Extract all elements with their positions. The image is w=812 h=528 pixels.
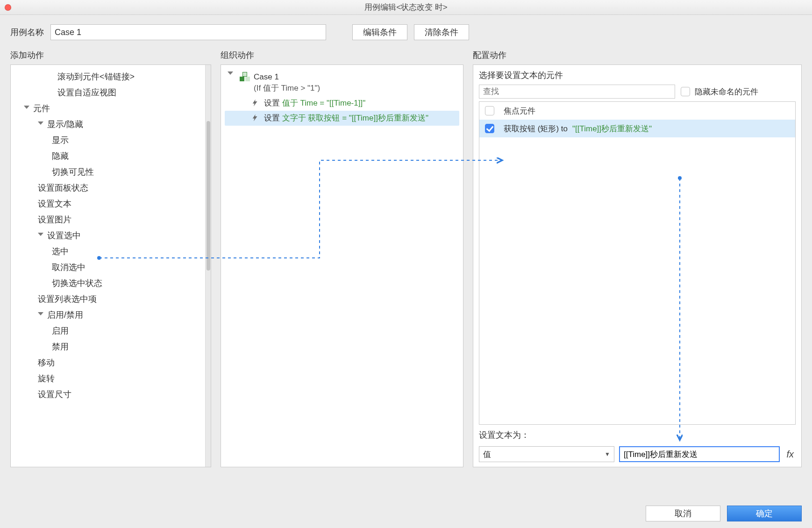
close-window-button[interactable] xyxy=(5,4,11,11)
tree-item[interactable]: 设置尺寸 xyxy=(11,386,205,402)
tree-item-label: 显示/隐藏 xyxy=(47,119,83,130)
tree-item[interactable]: 切换选中状态 xyxy=(11,275,205,291)
scrollbar-thumb[interactable] xyxy=(207,121,210,271)
tree-item-label: 设置文本 xyxy=(38,198,71,209)
fx-button[interactable]: fx xyxy=(784,449,796,460)
hide-unnamed-label: 隐藏未命名的元件 xyxy=(695,86,758,97)
tree-item[interactable]: 启用 xyxy=(11,323,205,339)
tree-item-label: 移动 xyxy=(38,357,55,368)
tree-item-label: 隐藏 xyxy=(52,150,69,162)
organize-action-panel: Case 1 (If 值于 Time > "1") 设置 值于 Time = "… xyxy=(221,64,463,467)
configure-action-panel: 选择要设置文本的元件 隐藏未命名的元件 焦点元件获取按钮 (矩形) to "[[… xyxy=(473,64,802,467)
search-input[interactable] xyxy=(479,85,675,99)
tree-item[interactable]: 旋转 xyxy=(11,371,205,386)
tree-item-label: 旋转 xyxy=(38,373,55,384)
widget-list-item[interactable]: 获取按钮 (矩形) to "[[Time]]秒后重新发送" xyxy=(479,120,795,137)
tree-item[interactable]: 启用/禁用 xyxy=(11,307,205,323)
tree-item-label: 取消选中 xyxy=(52,262,85,273)
tree-item-label: 设置选中 xyxy=(47,230,81,241)
tree-item[interactable]: 元件 xyxy=(11,100,205,116)
tree-item[interactable]: 显示/隐藏 xyxy=(11,116,205,132)
chevron-down-icon[interactable] xyxy=(38,121,43,127)
chevron-down-icon: ▼ xyxy=(605,451,610,457)
flow-icon xyxy=(240,73,250,80)
tree-item[interactable]: 显示 xyxy=(11,132,205,148)
window-title: 用例编辑<状态改变 时> xyxy=(0,2,812,13)
tree-item-label: 设置自适应视图 xyxy=(57,87,116,98)
tree-item[interactable]: 设置文本 xyxy=(11,196,205,212)
tree-item-label: 切换选中状态 xyxy=(52,278,102,289)
checkbox-icon[interactable] xyxy=(681,87,690,96)
tree-item[interactable]: 切换可见性 xyxy=(11,164,205,180)
case-name-label: 用例名称 xyxy=(10,27,44,38)
action-text: 设置 值于 Time = "[[Time-1]]" xyxy=(264,98,456,109)
tree-item[interactable]: 设置图片 xyxy=(11,212,205,228)
tree-item[interactable]: 禁用 xyxy=(11,339,205,355)
chevron-down-icon[interactable] xyxy=(228,71,233,77)
top-row: 用例名称 编辑条件 清除条件 xyxy=(0,15,812,45)
tree-item-label: 设置面板状态 xyxy=(38,182,88,193)
tree-item-label: 元件 xyxy=(33,103,50,114)
tree-item-label: 切换可见性 xyxy=(52,166,94,178)
text-value-input[interactable] xyxy=(619,446,780,462)
case-label: Case 1 xyxy=(254,71,456,83)
widget-item-label: 焦点元件 xyxy=(504,106,535,116)
tree-item[interactable]: 设置自适应视图 xyxy=(11,85,205,100)
configure-action-heading: 配置动作 xyxy=(473,50,802,61)
tree-item[interactable]: 选中 xyxy=(11,243,205,259)
tree-item-label: 禁用 xyxy=(52,341,69,352)
checkbox-icon[interactable] xyxy=(485,124,494,133)
edit-condition-button[interactable]: 编辑条件 xyxy=(352,24,407,40)
tree-item-label: 设置尺寸 xyxy=(38,389,71,400)
tree-item[interactable]: 取消选中 xyxy=(11,259,205,275)
case-condition: (If 值于 Time > "1") xyxy=(254,83,456,94)
tree-item[interactable]: 设置面板状态 xyxy=(11,180,205,196)
tree-item-label: 设置图片 xyxy=(38,214,71,225)
bolt-icon xyxy=(251,99,259,107)
action-text: 设置 文字于 获取按钮 = "[[Time]]秒后重新发送" xyxy=(264,113,456,124)
combo-value: 值 xyxy=(483,449,491,460)
set-text-as-label: 设置文本为： xyxy=(479,429,796,441)
tree-item-label: 滚动到元件<锚链接> xyxy=(57,71,135,82)
tree-item-label: 显示 xyxy=(52,135,69,146)
cancel-button[interactable]: 取消 xyxy=(646,506,720,521)
add-action-heading: 添加动作 xyxy=(10,50,211,61)
tree-item[interactable]: 滚动到元件<锚链接> xyxy=(11,69,205,85)
tree-item[interactable]: 隐藏 xyxy=(11,148,205,164)
tree-item-label: 设置列表选中项 xyxy=(38,293,97,305)
widget-item-label: 获取按钮 (矩形) to xyxy=(504,123,568,134)
chevron-down-icon[interactable] xyxy=(24,106,29,111)
text-type-combo[interactable]: 值 ▼ xyxy=(479,446,614,462)
add-action-panel: 滚动到元件<锚链接>设置自适应视图元件显示/隐藏显示隐藏切换可见性设置面板状态设… xyxy=(10,64,211,467)
bolt-icon xyxy=(251,114,259,122)
clear-condition-button[interactable]: 清除条件 xyxy=(414,24,469,40)
checkbox-icon[interactable] xyxy=(485,106,494,115)
organize-action-heading: 组织动作 xyxy=(221,50,463,61)
case-node[interactable]: Case 1 (If 值于 Time > "1") xyxy=(225,70,459,96)
tree-item-label: 启用/禁用 xyxy=(47,309,83,321)
widget-list-item[interactable]: 焦点元件 xyxy=(479,102,795,120)
hide-unnamed-toggle[interactable]: 隐藏未命名的元件 xyxy=(681,86,758,97)
widget-list[interactable]: 焦点元件获取按钮 (矩形) to "[[Time]]秒后重新发送" xyxy=(479,101,796,425)
widget-item-value: "[[Time]]秒后重新发送" xyxy=(572,123,652,134)
select-widget-label: 选择要设置文本的元件 xyxy=(479,70,796,81)
tree-item-label: 选中 xyxy=(52,246,69,257)
titlebar: 用例编辑<状态改变 时> xyxy=(0,0,812,15)
tree-item[interactable]: 设置列表选中项 xyxy=(11,291,205,307)
tree-item[interactable]: 移动 xyxy=(11,355,205,371)
ok-button[interactable]: 确定 xyxy=(727,506,802,521)
action-tree[interactable]: 滚动到元件<锚链接>设置自适应视图元件显示/隐藏显示隐藏切换可见性设置面板状态设… xyxy=(11,65,205,467)
scrollbar[interactable] xyxy=(205,65,211,467)
chevron-down-icon[interactable] xyxy=(38,233,43,238)
action-row[interactable]: 设置 值于 Time = "[[Time-1]]" xyxy=(225,96,459,111)
chevron-down-icon[interactable] xyxy=(38,312,43,318)
case-name-input[interactable] xyxy=(50,24,326,40)
action-row[interactable]: 设置 文字于 获取按钮 = "[[Time]]秒后重新发送" xyxy=(225,111,459,126)
tree-item-label: 启用 xyxy=(52,325,69,336)
tree-item[interactable]: 设置选中 xyxy=(11,228,205,243)
